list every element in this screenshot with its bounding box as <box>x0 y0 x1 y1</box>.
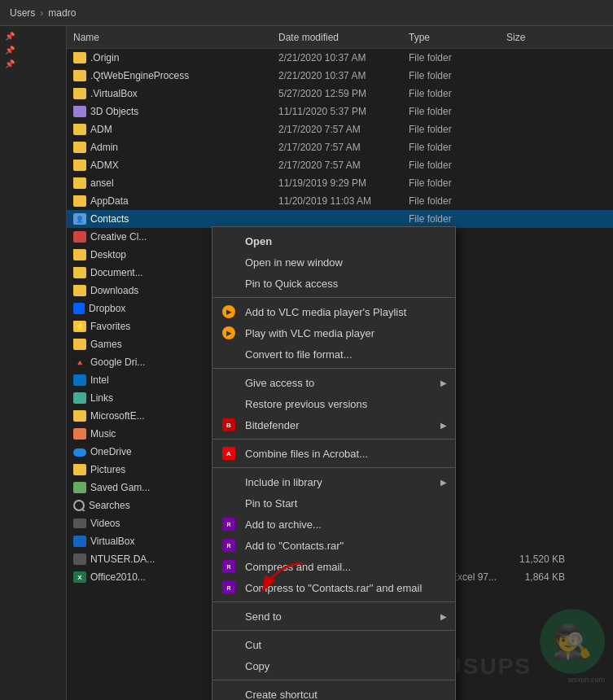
title-bar: Users › madro <box>0 0 613 26</box>
file-date-cell: 11/11/2020 5:37 PM <box>278 106 409 117</box>
folder-icon <box>73 195 86 207</box>
context-menu-item-pin-quick-access[interactable]: Pin to Quick access <box>212 273 455 294</box>
folder-icon <box>73 464 86 475</box>
context-menu-item-bitdefender[interactable]: BBitdefender <box>212 414 455 435</box>
context-menu-item-cut[interactable]: Cut <box>212 634 455 655</box>
file-name: AppData <box>90 195 129 207</box>
context-menu-item-open[interactable]: Open <box>212 230 455 252</box>
table-row[interactable]: Admin 2/17/2020 7:57 AM File folder <box>67 138 613 156</box>
file-name: Searches <box>89 500 130 511</box>
file-name: Admin <box>90 142 118 153</box>
context-menu-item-send-to[interactable]: Send to <box>212 606 455 627</box>
context-menu-item-open-new-window[interactable]: Open in new window <box>212 252 455 273</box>
ctx-item-label: Pin to Start <box>245 497 297 510</box>
watermark: 🕵️ wsxun.com <box>540 609 605 684</box>
context-menu-item-create-shortcut[interactable]: Create shortcut <box>212 684 455 700</box>
file-type-cell: File folder <box>409 124 506 135</box>
links-icon <box>73 392 86 404</box>
sidebar-pin3[interactable]: 📌 <box>0 57 66 71</box>
sidebar-pin2[interactable]: 📌 <box>0 43 66 57</box>
music-icon <box>73 428 86 440</box>
context-menu-item-compress-rar-email[interactable]: RCompress to "Contacts.rar" and email <box>212 577 455 598</box>
context-menu-item-play-vlc[interactable]: ▶Play with VLC media player <box>212 322 455 343</box>
file-name-cell: ADMX <box>67 160 278 171</box>
file-name: Videos <box>90 518 120 529</box>
context-menu-item-add-archive[interactable]: RAdd to archive... <box>212 514 455 535</box>
folder-icon <box>73 285 86 296</box>
col-header-size[interactable]: Size <box>506 32 571 43</box>
folder-icon <box>73 177 86 189</box>
breadcrumb-part2: madro <box>48 7 76 19</box>
file-type-cell: File folder <box>409 213 506 225</box>
ctx-item-label: Cut <box>245 639 261 651</box>
table-row[interactable]: 3D Objects 11/11/2020 5:37 PM File folde… <box>67 103 613 120</box>
explorer-container: 📌 📌 📌 Name Date modified Type Size .Orig… <box>0 26 613 700</box>
vlc-icon: ▶ <box>221 305 237 318</box>
context-menu-item-copy[interactable]: Copy <box>212 655 455 676</box>
file-name-cell: 👤 Contacts <box>67 213 278 225</box>
context-menu-item-add-rar[interactable]: RAdd to "Contacts.rar" <box>212 535 455 556</box>
col-header-date[interactable]: Date modified <box>278 32 409 43</box>
sidebar-pin1[interactable]: 📌 <box>0 29 66 43</box>
ctx-item-label: Copy <box>245 660 269 672</box>
file-name: Saved Gam... <box>90 482 150 493</box>
context-menu-separator <box>212 630 455 631</box>
file-type-cell: File folder <box>409 142 506 153</box>
context-menu-item-restore-versions[interactable]: Restore previous versions <box>212 393 455 414</box>
file-name-cell: AppData <box>67 195 278 207</box>
ctx-item-label: Pin to Quick access <box>245 278 338 290</box>
file-name: .Origin <box>90 52 119 63</box>
ctx-item-label: Send to <box>245 610 282 623</box>
table-row[interactable]: 👤 Contacts File folder <box>67 210 613 228</box>
file-name: ansel <box>90 177 114 189</box>
table-row[interactable]: AppData 11/20/2019 11:03 AM File folder <box>67 192 613 210</box>
file-date-cell: 2/17/2020 7:57 AM <box>278 124 409 135</box>
file-name-cell: ADM <box>67 124 278 135</box>
ctx-item-label: Combine files in Acrobat... <box>245 448 368 460</box>
context-menu: OpenOpen in new windowPin to Quick acces… <box>212 226 456 700</box>
table-row[interactable]: ADMX 2/17/2020 7:57 AM File folder <box>67 156 613 174</box>
context-menu-item-compress-email[interactable]: RCompress and email... <box>212 556 455 577</box>
file-name: Dropbox <box>89 303 125 314</box>
table-row[interactable]: .Origin 2/21/2020 10:37 AM File folder <box>67 49 613 67</box>
ctx-item-label: Open <box>245 235 272 247</box>
context-menu-item-include-library[interactable]: Include in library <box>212 471 455 492</box>
context-menu-separator <box>212 368 455 369</box>
context-menu-item-convert-file[interactable]: Convert to file format... <box>212 343 455 365</box>
col-header-name[interactable]: Name <box>67 32 278 43</box>
ctx-item-label: Add to VLC media player's Playlist <box>245 306 406 318</box>
savedgames-icon <box>73 482 86 493</box>
folder-icon <box>73 52 86 63</box>
file-name: .QtWebEngineProcess <box>90 70 189 81</box>
rar-icon: R <box>221 518 237 531</box>
context-menu-item-pin-start[interactable]: Pin to Start <box>212 492 455 514</box>
context-menu-separator <box>212 602 455 602</box>
ctx-item-label: Add to "Contacts.rar" <box>245 540 344 552</box>
table-row[interactable]: ADM 2/17/2020 7:57 AM File folder <box>67 120 613 138</box>
dat-icon <box>73 553 86 565</box>
column-headers: Name Date modified Type Size <box>67 26 613 49</box>
context-menu-item-combine-acrobat[interactable]: ACombine files in Acrobat... <box>212 443 455 464</box>
file-type-cell: File folder <box>409 70 506 81</box>
bitdefender-icon: B <box>221 418 237 431</box>
file-name: ADMX <box>90 160 119 171</box>
file-name-cell: Admin <box>67 142 278 153</box>
context-menu-item-add-vlc-playlist[interactable]: ▶Add to VLC media player's Playlist <box>212 301 455 322</box>
context-menu-separator <box>212 680 455 680</box>
folder-icon <box>73 70 86 81</box>
table-row[interactable]: .VirtualBox 5/27/2020 12:59 PM File fold… <box>67 85 613 103</box>
file-name-cell: .VirtualBox <box>67 88 278 99</box>
file-name-cell: .QtWebEngineProcess <box>67 70 278 81</box>
breadcrumb-separator: › <box>40 7 43 19</box>
file-name: Desktop <box>90 249 126 260</box>
file-date-cell: 2/17/2020 7:57 AM <box>278 160 409 171</box>
table-row[interactable]: .QtWebEngineProcess 2/21/2020 10:37 AM F… <box>67 67 613 85</box>
vlc-icon: ▶ <box>221 326 237 339</box>
col-header-type[interactable]: Type <box>409 32 506 43</box>
table-row[interactable]: ansel 11/19/2019 9:29 PM File folder <box>67 174 613 192</box>
file-size-cell: 1,864 KB <box>506 571 571 583</box>
file-name: Office2010... <box>90 571 146 583</box>
ctx-item-label: Give access to <box>245 377 314 389</box>
context-menu-item-give-access[interactable]: Give access to <box>212 372 455 393</box>
file-name: ADM <box>90 124 112 135</box>
